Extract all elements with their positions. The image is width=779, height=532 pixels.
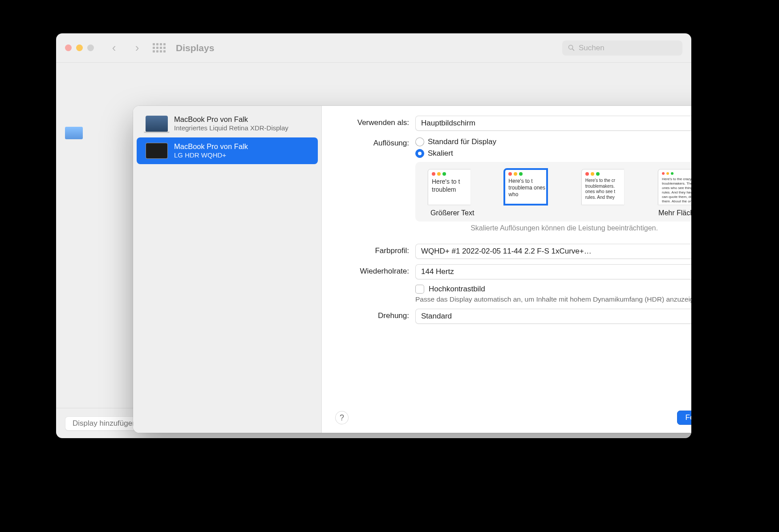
sidebar-item-sub: Integriertes Liquid Retina XDR-Display <box>174 124 288 133</box>
system-preferences-window: ‹ › Displays Suchen Display hinzufügen ⌄… <box>56 33 691 438</box>
sheet-help-button[interactable]: ? <box>335 411 349 424</box>
search-placeholder: Suchen <box>579 44 605 52</box>
svg-line-1 <box>572 49 574 51</box>
minimize-window-button[interactable] <box>76 44 83 51</box>
window-title: Displays <box>176 43 214 53</box>
scale-larger-text-label: Größerer Text <box>430 209 474 217</box>
monitor-icon <box>146 143 168 159</box>
scale-option-more-space[interactable]: Here's to the crazy one troublemakers. T… <box>658 169 691 205</box>
hdr-description: Passe das Display automatisch an, um Inh… <box>415 295 691 303</box>
zoom-window-button[interactable] <box>87 44 94 51</box>
checkbox-icon <box>415 285 424 294</box>
display-settings-main: Verwenden als: Hauptbildschirm Auflösung… <box>322 106 691 433</box>
window-controls <box>65 44 94 51</box>
scale-option-2[interactable]: Here's to t troublema ones who <box>504 169 547 205</box>
refresh-rate-popup[interactable]: 144 Hertz <box>415 264 691 279</box>
color-profile-label: Farbprofil: <box>335 244 415 255</box>
sidebar-item-name: MacBook Pro von Falk <box>174 115 288 124</box>
high-dynamic-range-checkbox[interactable]: Hochkontrastbild <box>415 285 691 294</box>
search-icon <box>568 44 575 52</box>
scale-option-3[interactable]: Here's to the cr troublemakers. ones who… <box>581 169 624 205</box>
done-button[interactable]: Fertig <box>677 411 691 425</box>
laptop-icon <box>146 116 168 132</box>
display-arrangement-tile[interactable] <box>65 127 83 139</box>
sidebar-item-builtin-display[interactable]: MacBook Pro von Falk Integriertes Liquid… <box>137 110 318 137</box>
scaled-resolutions-card: Here's to t troublem Here's to t trouble… <box>415 162 691 222</box>
use-as-popup[interactable]: Hauptbildschirm <box>415 116 691 131</box>
close-window-button[interactable] <box>65 44 72 51</box>
display-settings-sheet: MacBook Pro von Falk Integriertes Liquid… <box>133 106 691 433</box>
sidebar-item-name: MacBook Pro von Falk <box>174 142 248 151</box>
rotation-popup[interactable]: Standard <box>415 309 691 324</box>
resolution-label: Auflösung: <box>335 136 415 148</box>
scaled-performance-note: Skalierte Auflösungen können die Leistun… <box>415 224 691 232</box>
use-as-label: Verwenden als: <box>335 116 415 127</box>
radio-icon <box>415 137 424 146</box>
sidebar-item-external-display[interactable]: MacBook Pro von Falk LG HDR WQHD+ <box>137 137 318 164</box>
search-field[interactable]: Suchen <box>562 40 682 56</box>
sidebar-item-sub: LG HDR WQHD+ <box>174 151 248 160</box>
refresh-rate-label: Wiederholrate: <box>335 264 415 276</box>
forward-button[interactable]: › <box>130 41 145 55</box>
displays-sidebar: MacBook Pro von Falk Integriertes Liquid… <box>133 106 322 433</box>
titlebar: ‹ › Displays Suchen <box>56 33 691 63</box>
resolution-scaled-radio[interactable]: Skaliert <box>415 148 691 159</box>
radio-icon <box>415 149 424 158</box>
scale-option-largest-text[interactable]: Here's to t troublem <box>428 169 471 205</box>
show-all-grid-icon[interactable] <box>153 43 165 52</box>
rotation-label: Drehung: <box>335 309 415 320</box>
color-profile-popup[interactable]: WQHD+ #1 2022-02-05 11-44 2.2 F-S 1xCurv… <box>415 244 691 259</box>
svg-point-0 <box>568 45 572 49</box>
resolution-default-radio[interactable]: Standard für Display <box>415 136 691 148</box>
back-button[interactable]: ‹ <box>106 41 122 55</box>
scale-more-space-label: Mehr Fläche <box>658 209 691 217</box>
